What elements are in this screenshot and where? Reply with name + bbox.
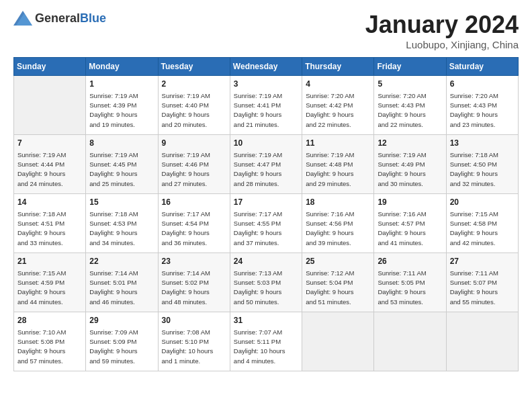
day-detail: Sunrise: 7:19 AM Sunset: 4:47 PM Dayligh…	[234, 150, 298, 189]
day-detail: Sunrise: 7:18 AM Sunset: 4:53 PM Dayligh…	[89, 210, 154, 248]
day-detail: Sunrise: 7:19 AM Sunset: 4:49 PM Dayligh…	[378, 150, 442, 189]
calendar-cell: 22Sunrise: 7:14 AM Sunset: 5:01 PM Dayli…	[86, 253, 158, 312]
calendar-cell: 9Sunrise: 7:19 AM Sunset: 4:46 PM Daylig…	[158, 135, 230, 194]
calendar-cell: 20Sunrise: 7:15 AM Sunset: 4:58 PM Dayli…	[446, 194, 518, 253]
calendar-cell	[14, 76, 86, 135]
day-detail: Sunrise: 7:17 AM Sunset: 4:54 PM Dayligh…	[162, 210, 226, 248]
calendar-cell: 6Sunrise: 7:20 AM Sunset: 4:43 PM Daylig…	[446, 76, 518, 135]
calendar-cell: 10Sunrise: 7:19 AM Sunset: 4:47 PM Dayli…	[230, 135, 302, 194]
day-detail: Sunrise: 7:17 AM Sunset: 4:55 PM Dayligh…	[234, 210, 298, 248]
day-detail: Sunrise: 7:19 AM Sunset: 4:41 PM Dayligh…	[234, 91, 298, 130]
day-detail: Sunrise: 7:11 AM Sunset: 5:07 PM Dayligh…	[450, 269, 515, 307]
day-number: 7	[17, 138, 82, 149]
calendar-cell: 24Sunrise: 7:13 AM Sunset: 5:03 PM Dayli…	[230, 253, 302, 312]
day-detail: Sunrise: 7:12 AM Sunset: 5:04 PM Dayligh…	[306, 269, 370, 307]
calendar-cell: 21Sunrise: 7:15 AM Sunset: 4:59 PM Dayli…	[14, 253, 86, 312]
day-detail: Sunrise: 7:19 AM Sunset: 4:48 PM Dayligh…	[306, 150, 370, 189]
day-header-sunday: Sunday	[14, 58, 86, 76]
calendar-cell: 1Sunrise: 7:19 AM Sunset: 4:39 PM Daylig…	[86, 76, 158, 135]
calendar-cell: 27Sunrise: 7:11 AM Sunset: 5:07 PM Dayli…	[446, 253, 518, 312]
days-header-row: SundayMondayTuesdayWednesdayThursdayFrid…	[14, 58, 519, 76]
day-detail: Sunrise: 7:11 AM Sunset: 5:05 PM Dayligh…	[378, 269, 442, 307]
calendar-cell: 13Sunrise: 7:18 AM Sunset: 4:50 PM Dayli…	[446, 135, 518, 194]
day-number: 31	[234, 315, 298, 326]
day-number: 5	[378, 79, 442, 90]
day-detail: Sunrise: 7:16 AM Sunset: 4:57 PM Dayligh…	[378, 210, 442, 248]
day-header-saturday: Saturday	[446, 58, 518, 76]
calendar-cell	[302, 312, 374, 371]
day-detail: Sunrise: 7:07 AM Sunset: 5:11 PM Dayligh…	[234, 328, 298, 366]
day-number: 9	[162, 138, 226, 149]
day-detail: Sunrise: 7:14 AM Sunset: 5:02 PM Dayligh…	[162, 269, 226, 307]
day-detail: Sunrise: 7:18 AM Sunset: 4:50 PM Dayligh…	[450, 150, 515, 189]
day-detail: Sunrise: 7:15 AM Sunset: 4:58 PM Dayligh…	[450, 210, 515, 248]
month-title: January 2024	[365, 11, 519, 39]
calendar-cell	[446, 312, 518, 371]
calendar-cell: 23Sunrise: 7:14 AM Sunset: 5:02 PM Dayli…	[158, 253, 230, 312]
day-number: 19	[378, 197, 442, 208]
week-row-5: 28Sunrise: 7:10 AM Sunset: 5:08 PM Dayli…	[14, 312, 519, 371]
title-block: January 2024 Luobupo, Xinjiang, China	[365, 11, 519, 50]
day-number: 12	[378, 138, 442, 149]
day-detail: Sunrise: 7:08 AM Sunset: 5:10 PM Dayligh…	[162, 328, 226, 366]
day-detail: Sunrise: 7:14 AM Sunset: 5:01 PM Dayligh…	[89, 269, 154, 307]
day-detail: Sunrise: 7:09 AM Sunset: 5:09 PM Dayligh…	[89, 328, 154, 366]
day-number: 4	[306, 79, 370, 90]
day-number: 24	[234, 256, 298, 267]
location-title: Luobupo, Xinjiang, China	[365, 39, 519, 50]
day-number: 2	[162, 79, 226, 90]
calendar-cell: 17Sunrise: 7:17 AM Sunset: 4:55 PM Dayli…	[230, 194, 302, 253]
day-number: 13	[450, 138, 515, 149]
day-number: 26	[378, 256, 442, 267]
week-row-4: 21Sunrise: 7:15 AM Sunset: 4:59 PM Dayli…	[14, 253, 519, 312]
day-number: 17	[234, 197, 298, 208]
day-number: 3	[234, 79, 298, 90]
calendar-cell: 30Sunrise: 7:08 AM Sunset: 5:10 PM Dayli…	[158, 312, 230, 371]
day-detail: Sunrise: 7:19 AM Sunset: 4:40 PM Dayligh…	[162, 91, 226, 130]
day-detail: Sunrise: 7:16 AM Sunset: 4:56 PM Dayligh…	[306, 210, 370, 248]
calendar-cell: 4Sunrise: 7:20 AM Sunset: 4:42 PM Daylig…	[302, 76, 374, 135]
calendar-cell: 18Sunrise: 7:16 AM Sunset: 4:56 PM Dayli…	[302, 194, 374, 253]
logo: GeneralBlue	[13, 11, 106, 26]
logo-blue: Blue	[80, 11, 106, 25]
day-number: 16	[162, 197, 226, 208]
calendar-cell: 8Sunrise: 7:19 AM Sunset: 4:45 PM Daylig…	[86, 135, 158, 194]
day-header-friday: Friday	[374, 58, 446, 76]
logo-text: GeneralBlue	[35, 11, 106, 26]
day-detail: Sunrise: 7:20 AM Sunset: 4:43 PM Dayligh…	[378, 91, 442, 130]
day-number: 21	[17, 256, 82, 267]
day-number: 14	[17, 197, 82, 208]
calendar-cell: 5Sunrise: 7:20 AM Sunset: 4:43 PM Daylig…	[374, 76, 446, 135]
calendar-cell: 15Sunrise: 7:18 AM Sunset: 4:53 PM Dayli…	[86, 194, 158, 253]
calendar-cell: 12Sunrise: 7:19 AM Sunset: 4:49 PM Dayli…	[374, 135, 446, 194]
logo-icon	[13, 11, 32, 26]
day-header-thursday: Thursday	[302, 58, 374, 76]
calendar-cell: 11Sunrise: 7:19 AM Sunset: 4:48 PM Dayli…	[302, 135, 374, 194]
day-number: 8	[89, 138, 154, 149]
page-header: GeneralBlue January 2024 Luobupo, Xinjia…	[13, 11, 519, 50]
day-number: 22	[89, 256, 154, 267]
calendar-table: SundayMondayTuesdayWednesdayThursdayFrid…	[13, 57, 519, 371]
day-number: 30	[162, 315, 226, 326]
day-number: 1	[89, 79, 154, 90]
week-row-3: 14Sunrise: 7:18 AM Sunset: 4:51 PM Dayli…	[14, 194, 519, 253]
day-number: 27	[450, 256, 515, 267]
day-detail: Sunrise: 7:10 AM Sunset: 5:08 PM Dayligh…	[17, 328, 82, 366]
day-detail: Sunrise: 7:13 AM Sunset: 5:03 PM Dayligh…	[234, 269, 298, 307]
day-detail: Sunrise: 7:15 AM Sunset: 4:59 PM Dayligh…	[17, 269, 82, 307]
day-number: 20	[450, 197, 515, 208]
day-header-wednesday: Wednesday	[230, 58, 302, 76]
calendar-cell: 16Sunrise: 7:17 AM Sunset: 4:54 PM Dayli…	[158, 194, 230, 253]
calendar-cell: 29Sunrise: 7:09 AM Sunset: 5:09 PM Dayli…	[86, 312, 158, 371]
day-number: 25	[306, 256, 370, 267]
calendar-cell: 14Sunrise: 7:18 AM Sunset: 4:51 PM Dayli…	[14, 194, 86, 253]
calendar-cell: 25Sunrise: 7:12 AM Sunset: 5:04 PM Dayli…	[302, 253, 374, 312]
day-detail: Sunrise: 7:20 AM Sunset: 4:43 PM Dayligh…	[450, 91, 515, 130]
calendar-cell: 7Sunrise: 7:19 AM Sunset: 4:44 PM Daylig…	[14, 135, 86, 194]
calendar-cell: 2Sunrise: 7:19 AM Sunset: 4:40 PM Daylig…	[158, 76, 230, 135]
day-detail: Sunrise: 7:19 AM Sunset: 4:39 PM Dayligh…	[89, 91, 154, 130]
day-detail: Sunrise: 7:19 AM Sunset: 4:44 PM Dayligh…	[17, 150, 82, 189]
calendar-cell: 3Sunrise: 7:19 AM Sunset: 4:41 PM Daylig…	[230, 76, 302, 135]
day-detail: Sunrise: 7:19 AM Sunset: 4:45 PM Dayligh…	[89, 150, 154, 189]
calendar-cell: 26Sunrise: 7:11 AM Sunset: 5:05 PM Dayli…	[374, 253, 446, 312]
